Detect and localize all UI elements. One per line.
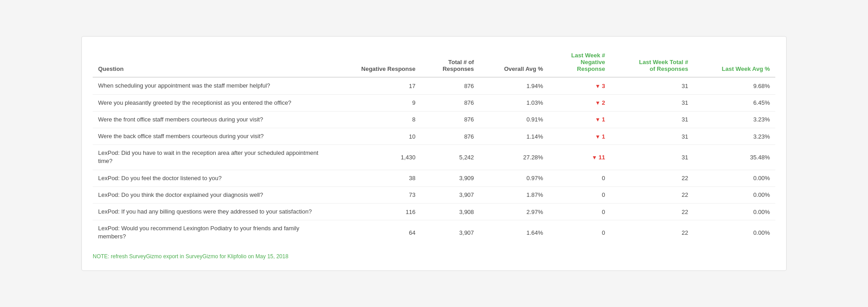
cell-last-week-negative: ▼3 (548, 77, 610, 94)
cell-overall-avg: 1.64% (479, 220, 548, 245)
col-header-question: Question (93, 47, 331, 77)
cell-last-week-negative: ▼11 (548, 145, 610, 170)
down-arrow-icon: ▼1 (595, 116, 605, 123)
cell-question: Were the back office staff members court… (93, 128, 331, 145)
cell-total-responses: 876 (421, 128, 479, 145)
cell-last-week-avg: 0.00% (693, 186, 775, 203)
col-header-negative-response: Negative Response (331, 47, 421, 77)
cell-last-week-negative: 0 (548, 220, 610, 245)
cell-last-week-total: 22 (610, 186, 693, 203)
cell-last-week-total: 22 (610, 170, 693, 186)
col-header-total-responses: Total # ofResponses (421, 47, 479, 77)
table-row: Were the back office staff members court… (93, 128, 775, 145)
cell-total-responses: 5,242 (421, 145, 479, 170)
cell-negative-response: 1,430 (331, 145, 421, 170)
cell-total-responses: 876 (421, 111, 479, 128)
cell-negative-response: 10 (331, 128, 421, 145)
cell-question: LexPod: Would you recommend Lexington Po… (93, 220, 331, 245)
cell-last-week-total: 31 (610, 111, 693, 128)
cell-last-week-avg: 3.23% (693, 111, 775, 128)
cell-negative-response: 73 (331, 186, 421, 203)
cell-negative-response: 8 (331, 111, 421, 128)
cell-overall-avg: 2.97% (479, 203, 548, 220)
cell-last-week-negative: ▼1 (548, 128, 610, 145)
table-row: When scheduling your appointment was the… (93, 77, 775, 94)
table-row: LexPod: Would you recommend Lexington Po… (93, 220, 775, 245)
cell-total-responses: 3,907 (421, 186, 479, 203)
cell-total-responses: 3,907 (421, 220, 479, 245)
cell-negative-response: 38 (331, 170, 421, 186)
down-arrow-icon: ▼11 (592, 154, 605, 161)
cell-total-responses: 3,909 (421, 170, 479, 186)
cell-overall-avg: 27.28% (479, 145, 548, 170)
down-arrow-icon: ▼3 (595, 83, 605, 89)
cell-last-week-total: 31 (610, 128, 693, 145)
cell-question: LexPod: Do you think the doctor explaine… (93, 186, 331, 203)
cell-overall-avg: 0.97% (479, 170, 548, 186)
cell-last-week-total: 22 (610, 220, 693, 245)
cell-overall-avg: 1.94% (479, 77, 548, 94)
cell-negative-response: 116 (331, 203, 421, 220)
cell-last-week-total: 31 (610, 77, 693, 94)
table-header-row: Question Negative Response Total # ofRes… (93, 47, 775, 77)
cell-question: Were you pleasantly greeted by the recep… (93, 94, 331, 111)
cell-last-week-avg: 35.48% (693, 145, 775, 170)
cell-overall-avg: 0.91% (479, 111, 548, 128)
note-text: NOTE: refresh SurveyGizmo export in Surv… (93, 253, 775, 260)
cell-negative-response: 64 (331, 220, 421, 245)
cell-question: When scheduling your appointment was the… (93, 77, 331, 94)
table-row: LexPod: Did you have to wait in the rece… (93, 145, 775, 170)
responses-table: Question Negative Response Total # ofRes… (93, 47, 775, 245)
cell-last-week-total: 31 (610, 94, 693, 111)
table-row: Were you pleasantly greeted by the recep… (93, 94, 775, 111)
down-arrow-icon: ▼1 (595, 133, 605, 140)
table-row: LexPod: Do you think the doctor explaine… (93, 186, 775, 203)
cell-question: Were the front office staff members cour… (93, 111, 331, 128)
cell-last-week-avg: 9.68% (693, 77, 775, 94)
table-row: LexPod: If you had any billing questions… (93, 203, 775, 220)
cell-last-week-avg: 6.45% (693, 94, 775, 111)
cell-last-week-total: 22 (610, 203, 693, 220)
col-header-last-week-total: Last Week Total #of Responses (610, 47, 693, 77)
col-header-last-week-negative: Last Week #NegativeResponse (548, 47, 610, 77)
cell-last-week-avg: 0.00% (693, 203, 775, 220)
cell-negative-response: 17 (331, 77, 421, 94)
cell-last-week-negative: 0 (548, 203, 610, 220)
table-row: Were the front office staff members cour… (93, 111, 775, 128)
cell-negative-response: 9 (331, 94, 421, 111)
cell-last-week-total: 31 (610, 145, 693, 170)
cell-total-responses: 3,908 (421, 203, 479, 220)
cell-question: LexPod: Do you feel the doctor listened … (93, 170, 331, 186)
cell-last-week-avg: 3.23% (693, 128, 775, 145)
cell-total-responses: 876 (421, 77, 479, 94)
cell-question: LexPod: If you had any billing questions… (93, 203, 331, 220)
cell-last-week-negative: 0 (548, 170, 610, 186)
cell-overall-avg: 1.14% (479, 128, 548, 145)
cell-last-week-avg: 0.00% (693, 170, 775, 186)
col-header-last-week-avg: Last Week Avg % (693, 47, 775, 77)
cell-last-week-negative: ▼1 (548, 111, 610, 128)
table-row: LexPod: Do you feel the doctor listened … (93, 170, 775, 186)
cell-overall-avg: 1.03% (479, 94, 548, 111)
cell-total-responses: 876 (421, 94, 479, 111)
cell-question: LexPod: Did you have to wait in the rece… (93, 145, 331, 170)
cell-last-week-avg: 0.00% (693, 220, 775, 245)
down-arrow-icon: ▼2 (595, 99, 605, 106)
main-container: Question Negative Response Total # ofRes… (81, 36, 787, 270)
cell-last-week-negative: ▼2 (548, 94, 610, 111)
col-header-overall-avg: Overall Avg % (479, 47, 548, 77)
cell-overall-avg: 1.87% (479, 186, 548, 203)
cell-last-week-negative: 0 (548, 186, 610, 203)
